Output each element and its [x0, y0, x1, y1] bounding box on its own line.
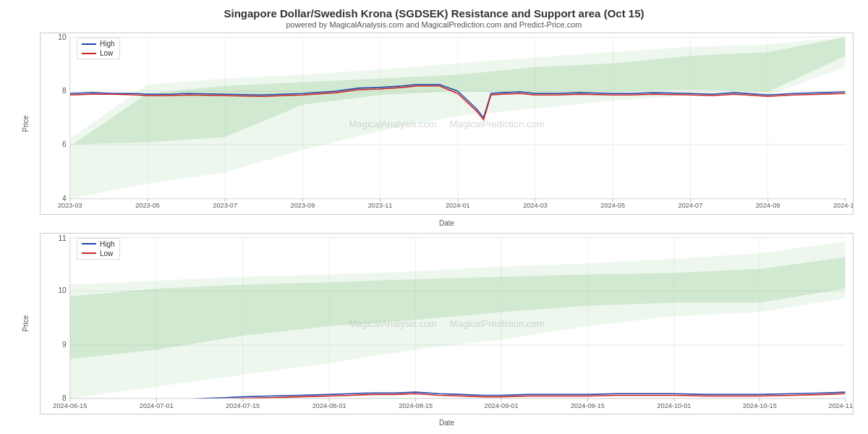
svg-text:8: 8 — [62, 87, 67, 95]
chart2-legend: High Low — [77, 238, 120, 260]
chart2-container: MagicalAnalysis.com MagicalPrediction.co… — [40, 233, 854, 415]
svg-text:2024-06-15: 2024-06-15 — [53, 401, 87, 409]
svg-text:2023-11: 2023-11 — [368, 202, 393, 209]
chart1-low-label: Low — [100, 49, 113, 57]
charts-wrapper: MagicalAnalysis.com MagicalPrediction.co… — [7, 30, 861, 430]
header: Singapore Dollar/Swedish Krona (SGDSEK) … — [7, 7, 861, 29]
svg-text:2024-11-01: 2024-11-01 — [828, 401, 853, 409]
chart1-legend-high: High — [82, 40, 115, 48]
chart2-high-label: High — [100, 240, 115, 248]
chart1-y-label: Price — [22, 115, 30, 132]
page-title: Singapore Dollar/Swedish Krona (SGDSEK) … — [7, 7, 861, 20]
svg-text:11: 11 — [58, 234, 66, 242]
svg-text:2024-07-15: 2024-07-15 — [226, 401, 260, 409]
page-container: Singapore Dollar/Swedish Krona (SGDSEK) … — [0, 0, 868, 434]
svg-text:2024-10-01: 2024-10-01 — [657, 401, 691, 409]
chart2-x-label: Date — [439, 419, 454, 427]
low-line-icon2 — [82, 252, 96, 254]
chart1-x-label: Date — [439, 219, 454, 227]
page-subtitle: powered by MagicalAnalysis.com and Magic… — [7, 20, 861, 29]
chart2-y-label: Price — [22, 315, 30, 332]
high-line-icon — [82, 43, 96, 45]
svg-text:2024-07-01: 2024-07-01 — [140, 401, 174, 409]
svg-text:2024-09-15: 2024-09-15 — [571, 401, 605, 409]
svg-text:2024-09: 2024-09 — [756, 202, 780, 209]
svg-text:2024-10-15: 2024-10-15 — [743, 401, 777, 409]
svg-text:2024-08-15: 2024-08-15 — [399, 401, 433, 409]
svg-text:6: 6 — [62, 140, 67, 148]
chart1-svg: 4 6 8 10 — [41, 33, 853, 214]
svg-text:2024-03: 2024-03 — [523, 202, 548, 209]
chart1-high-label: High — [100, 40, 115, 48]
svg-text:2023-05: 2023-05 — [135, 202, 160, 209]
svg-marker-84 — [70, 241, 846, 398]
high-line-icon2 — [82, 243, 96, 244]
chart1-container: MagicalAnalysis.com MagicalPrediction.co… — [40, 33, 854, 215]
chart2-low-label: Low — [100, 250, 113, 258]
svg-text:2023-09: 2023-09 — [291, 202, 315, 209]
svg-text:2024-01: 2024-01 — [446, 202, 470, 209]
chart1-legend-low: Low — [82, 49, 115, 57]
svg-text:10: 10 — [58, 33, 67, 41]
svg-text:2023-03: 2023-03 — [58, 202, 82, 209]
svg-text:2024-08-01: 2024-08-01 — [312, 401, 346, 409]
svg-text:2024-07: 2024-07 — [678, 202, 703, 209]
chart2-svg: 8 9 10 11 — [41, 234, 853, 414]
chart1-legend: High Low — [77, 38, 120, 59]
chart2-legend-high: High — [82, 240, 115, 248]
chart2-legend-low: Low — [82, 250, 115, 258]
svg-text:2024-05: 2024-05 — [600, 202, 625, 209]
svg-text:2024-11: 2024-11 — [833, 202, 853, 209]
svg-text:2024-09-01: 2024-09-01 — [485, 401, 519, 409]
svg-text:2023-07: 2023-07 — [213, 202, 237, 209]
low-line-icon — [82, 53, 96, 54]
svg-text:9: 9 — [62, 339, 67, 348]
svg-text:10: 10 — [58, 286, 66, 294]
